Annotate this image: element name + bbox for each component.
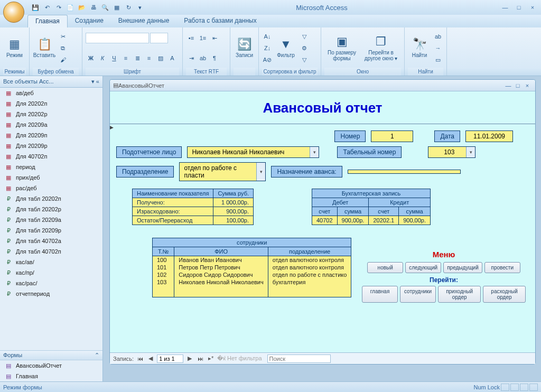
bold-icon[interactable]: Ж: [86, 53, 96, 63]
nav-item[interactable]: ₽кас/ав/: [0, 257, 102, 267]
nav-item[interactable]: ₽Для табл 40702а: [0, 236, 102, 246]
fill-icon[interactable]: ▨: [155, 53, 166, 63]
form-close-button[interactable]: ×: [523, 82, 532, 89]
cell[interactable]: 900,00р.: [337, 216, 369, 225]
tab-create[interactable]: Создание: [68, 15, 111, 27]
menu-button[interactable]: новый: [367, 262, 403, 273]
nav-item[interactable]: ₽отчетпериод: [0, 288, 102, 299]
goto-icon[interactable]: →: [433, 43, 443, 53]
nav-item[interactable]: ₽кас/рас/: [0, 278, 102, 288]
replace-icon[interactable]: ab: [433, 31, 443, 42]
menu-button[interactable]: предыдущий: [443, 262, 482, 273]
maximize-button[interactable]: □: [512, 3, 525, 12]
search-input[interactable]: [267, 354, 331, 363]
numbering-icon[interactable]: 1≡: [198, 33, 208, 43]
menu-button[interactable]: расходный ордер: [483, 286, 526, 303]
nav-item[interactable]: ▦прих/деб: [0, 172, 102, 183]
indent-inc-icon[interactable]: ⇥: [186, 53, 197, 63]
underline-icon[interactable]: Ч: [109, 53, 119, 63]
refresh-icon[interactable]: ↻: [124, 3, 133, 12]
nav-item[interactable]: ▦Для 20209п: [0, 130, 102, 141]
nav-item[interactable]: ₽кас/пр/: [0, 267, 102, 278]
menu-button[interactable]: приходный ордер: [438, 286, 481, 303]
bullets-icon[interactable]: •≡: [186, 33, 197, 43]
fit-form-button[interactable]: ▣По размеру формы: [324, 35, 359, 62]
cell[interactable]: 900,00р.: [399, 216, 431, 225]
align-right-icon[interactable]: ≡: [144, 53, 154, 63]
field-nazn[interactable]: [348, 170, 461, 174]
close-button[interactable]: ×: [526, 3, 539, 12]
nav-prev-icon[interactable]: ◀: [146, 355, 155, 362]
chevron-left-icon[interactable]: ▾ «: [91, 78, 99, 85]
sort-desc-icon[interactable]: Z↓: [262, 43, 273, 53]
nav-last-icon[interactable]: ⏭: [196, 356, 204, 362]
italic-icon[interactable]: К: [97, 53, 108, 63]
cell[interactable]: 20202.1: [369, 216, 399, 225]
nav-item[interactable]: ▦ав/деб: [0, 88, 102, 98]
nav-item[interactable]: ▦Для 40702п: [0, 151, 102, 162]
qat-more-icon[interactable]: ▾: [135, 3, 145, 12]
open-icon[interactable]: 📂: [77, 3, 87, 12]
menu-button[interactable]: сотрудники: [400, 286, 436, 303]
undo-icon[interactable]: ↶: [42, 3, 52, 12]
copy-icon[interactable]: ⧉: [58, 43, 68, 53]
menu-button[interactable]: провести: [484, 262, 520, 273]
indent-dec-icon[interactable]: ⇤: [209, 33, 220, 43]
switch-window-button[interactable]: ❐Перейти в другое окно ▾: [361, 35, 401, 62]
office-button[interactable]: [3, 2, 24, 23]
nav-item[interactable]: ₽Для табл 20202п: [0, 193, 102, 204]
nav-item-form[interactable]: ▤Главная: [0, 371, 102, 381]
view-button[interactable]: ▦Режим: [3, 38, 26, 59]
form-minimize-button[interactable]: —: [503, 82, 513, 89]
selection-filter-icon[interactable]: ▽: [299, 31, 310, 42]
find-button[interactable]: 🔭Найти: [408, 38, 431, 59]
format-painter-icon[interactable]: 🖌: [58, 54, 68, 65]
filter-button[interactable]: ▼Фильтр: [274, 38, 297, 59]
cut-icon[interactable]: ✂: [58, 31, 68, 42]
font-size-select[interactable]: [150, 33, 168, 43]
form-maximize-button[interactable]: □: [513, 82, 523, 89]
field-podr[interactable]: отдел по работе с пласти: [179, 162, 266, 181]
nav-next-icon[interactable]: ▶: [185, 355, 194, 362]
font-color-icon[interactable]: A: [167, 53, 178, 63]
nav-item[interactable]: ▦Для 20209р: [0, 141, 102, 151]
nav-item[interactable]: ▦Для 20202р: [0, 109, 102, 119]
nav-new-icon[interactable]: ▸*: [207, 355, 215, 362]
align-left-icon[interactable]: ≡: [120, 53, 131, 63]
menu-button[interactable]: следующий: [405, 262, 441, 273]
save-icon[interactable]: 💾: [31, 3, 40, 12]
tab-external[interactable]: Внешние данные: [111, 15, 177, 27]
advanced-filter-icon[interactable]: ⚙: [299, 43, 310, 53]
nav-item[interactable]: ▦период: [0, 162, 102, 172]
nav-item[interactable]: ▦Для 20209а: [0, 119, 102, 130]
redo-icon[interactable]: ↷: [54, 3, 63, 12]
print-icon[interactable]: 🖶: [89, 3, 98, 12]
nav-item[interactable]: ▦рас/деб: [0, 183, 102, 193]
preview-icon[interactable]: 🔍: [100, 3, 110, 12]
tab-home[interactable]: Главная: [27, 15, 68, 27]
field-lico[interactable]: Николаев Николай Николаевич: [187, 146, 319, 158]
nav-first-icon[interactable]: ⏮: [136, 356, 144, 362]
nav-item[interactable]: ₽Для табл 20209а: [0, 214, 102, 225]
field-tabel[interactable]: 103: [428, 146, 475, 158]
new-icon[interactable]: 📄: [66, 3, 75, 12]
nav-item-form[interactable]: ▤АвансовыйОтчет: [0, 360, 102, 371]
view-layout-icon[interactable]: [520, 384, 528, 391]
align-center-icon[interactable]: ≣: [132, 53, 143, 63]
menu-button[interactable]: главная: [362, 286, 398, 303]
field-nomer[interactable]: 1: [371, 130, 413, 142]
nav-section-forms[interactable]: Формы⌃: [0, 350, 102, 360]
nav-header[interactable]: Все объекты Acc...▾ «: [0, 76, 102, 88]
clear-sort-icon[interactable]: A⊘: [262, 54, 273, 65]
tab-database[interactable]: Работа с базами данных: [176, 15, 264, 27]
nav-item[interactable]: ₽Для табл 20202р: [0, 204, 102, 214]
paste-button[interactable]: 📋Вставить: [33, 38, 56, 59]
nav-item[interactable]: ▦Для 20202п: [0, 98, 102, 109]
nav-item[interactable]: ₽Для табл 20209р: [0, 225, 102, 236]
nav-item[interactable]: ₽Для табл 40702п: [0, 246, 102, 257]
sort-asc-icon[interactable]: A↓: [262, 31, 273, 42]
cell[interactable]: 40702: [312, 216, 338, 225]
select-icon[interactable]: ▭: [433, 54, 443, 65]
ltr-icon[interactable]: ¶: [209, 53, 220, 63]
view-datasheet-icon[interactable]: [510, 384, 519, 391]
